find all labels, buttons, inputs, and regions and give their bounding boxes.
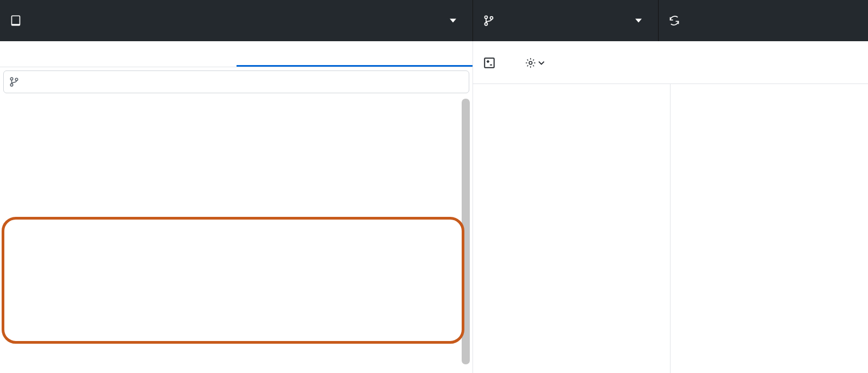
svg-point-4 [490, 17, 493, 20]
chevron-down-icon [635, 19, 642, 23]
chevron-down-icon [538, 61, 545, 65]
sync-icon [668, 15, 680, 27]
fetch-button[interactable] [659, 0, 868, 41]
svg-point-9 [529, 61, 532, 65]
svg-point-5 [10, 78, 13, 80]
tabs [0, 41, 473, 67]
svg-point-6 [10, 83, 13, 86]
tab-changes[interactable] [0, 41, 237, 67]
branch-icon [9, 77, 19, 87]
tab-history[interactable] [237, 41, 473, 67]
chevron-down-icon [450, 19, 456, 23]
diff-pane [473, 41, 868, 373]
repo-switcher[interactable] [0, 0, 473, 41]
scrollbar[interactable] [462, 99, 470, 364]
svg-rect-8 [484, 58, 494, 68]
branch-switcher[interactable] [473, 0, 659, 41]
svg-rect-0 [12, 16, 20, 25]
compare-branch[interactable] [3, 70, 469, 93]
history-pane [0, 41, 473, 373]
svg-point-2 [485, 16, 488, 18]
diff-icon [484, 57, 495, 68]
gear-icon [525, 57, 536, 68]
diff-settings[interactable] [525, 57, 545, 68]
svg-point-3 [485, 23, 488, 25]
file-list [473, 84, 671, 373]
commit-message [473, 73, 868, 83]
commit-list [0, 97, 473, 373]
diff-viewer[interactable] [671, 84, 868, 373]
compare-input[interactable] [24, 76, 463, 88]
branch-icon [483, 15, 495, 27]
selection-highlight [2, 217, 464, 344]
svg-rect-1 [12, 24, 20, 25]
repo-icon [10, 15, 22, 27]
svg-point-7 [15, 78, 18, 81]
topbar [0, 0, 868, 41]
